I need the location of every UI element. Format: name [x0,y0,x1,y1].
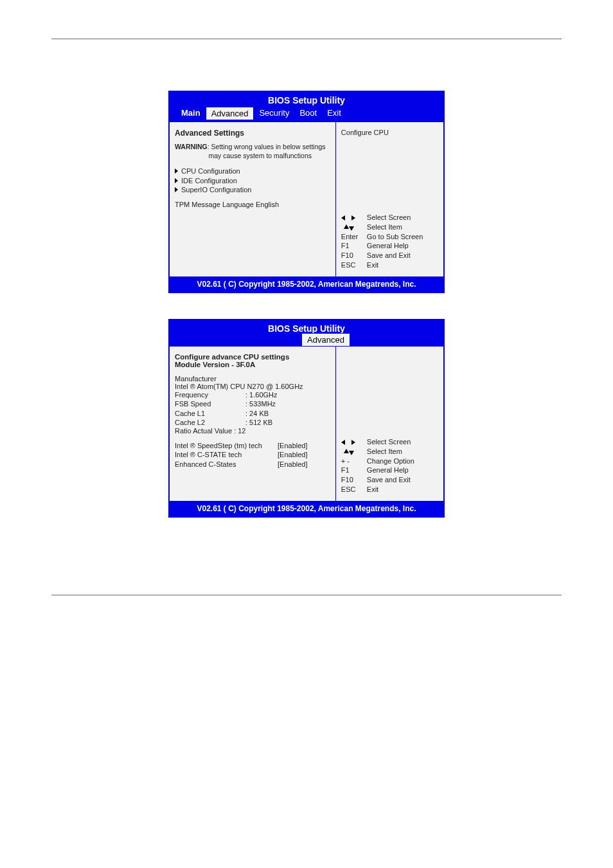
key-legend: Select Screen Select Item + -Change Opti… [341,437,438,494]
tab-main[interactable]: Main [176,107,206,120]
legend-key-f1: F1 [341,241,367,251]
legend-key-enter: Enter [341,232,367,242]
tab-advanced[interactable]: Advanced [206,107,254,120]
svg-marker-0 [341,215,345,221]
legend-f10: Save and Exit [367,251,411,260]
warning-label: WARNING [175,143,208,150]
legend-f1: General Help [367,466,409,475]
fsb-label: FSB Speed [175,399,245,408]
submenu-list: CPU Configuration IDE Configuration Supe… [175,167,330,194]
speedstep-label: Intel ® SpeedStep (tm) tech [175,441,278,450]
opt-cstate[interactable]: Intel ® C-STATE tech [Enabled] [175,450,330,459]
advanced-settings-heading: Advanced Settings [175,129,330,138]
triangle-icon [175,178,178,183]
arrow-up-down-icon [341,447,367,457]
legend-key-esc: ESC [341,485,367,494]
freq-val: : 1.60GHz [245,390,278,399]
bios-right-pane: Select Screen Select Item + -Change Opti… [336,347,443,501]
legend-key-f10: F10 [341,475,367,485]
manufacturer-label: Manufacturer [175,375,330,383]
bios-window-cpu: BIOS Setup Utility Advanced Configure ad… [168,319,445,518]
bios-footer: V02.61 ( C) Copyright 1985-2002, America… [170,501,443,516]
horizontal-rule-bottom [51,595,562,595]
cpu-heading1: Configure advance CPU settings [175,353,330,361]
warning-line2: may cause system to malfunctions [209,152,312,159]
l1-label: Cache L1 [175,409,245,418]
legend-esc: Exit [367,485,378,494]
bios-tab-row: Main Advanced Security Boot Exit [170,105,443,122]
l1-val: : 24 KB [245,409,269,418]
svg-marker-3 [349,226,354,231]
arrow-left-right-icon [341,437,367,447]
ratio-line: Ratio Actual Value : 12 [175,427,330,435]
menu-item-superio[interactable]: SuperIO Configuration [175,185,330,194]
legend-enter: Go to Sub Screen [367,232,423,242]
speedstep-val: [Enabled] [278,441,307,450]
svg-marker-7 [349,451,354,455]
cpu-heading2: Module Version - 3F.0A [175,361,330,368]
bios-body: Configure advance CPU settings Module Ve… [170,347,443,501]
opt-speedstep[interactable]: Intel ® SpeedStep (tm) tech [Enabled] [175,441,330,450]
bios-body: Advanced Settings WARNING: Setting wrong… [170,122,443,276]
tab-exit[interactable]: Exit [322,107,346,120]
warning-text: WARNING: Setting wrong values in below s… [175,143,330,160]
document-page: BIOS Setup Utility Main Advanced Securit… [0,0,613,634]
menu-label-cpu: CPU Configuration [181,167,240,176]
cpu-name-line: Intel ® Atom(TM) CPU N270 @ 1.60GHz [175,383,330,390]
key-legend: Select Screen Select Item EnterGo to Sub… [341,213,438,270]
legend-ud: Select Item [367,222,402,232]
svg-marker-6 [344,449,349,453]
menu-item-cpu[interactable]: CPU Configuration [175,167,330,176]
cstate-val: [Enabled] [278,450,307,459]
svg-marker-4 [341,440,345,445]
legend-f1: General Help [367,241,409,251]
triangle-icon [175,187,178,192]
l2-val: : 512 KB [245,418,272,427]
svg-marker-2 [344,224,349,229]
tpm-language-line: TPM Message Language English [175,201,330,208]
bios-window-advanced: BIOS Setup Utility Main Advanced Securit… [168,91,445,293]
bios-footer: V02.61 ( C) Copyright 1985-2002, America… [170,276,443,292]
bios-titlebar: BIOS Setup Utility Advanced [170,320,443,347]
menu-item-ide[interactable]: IDE Configuration [175,176,330,185]
fsb-val: : 533MHz [245,399,276,408]
legend-lr: Select Screen [367,213,411,222]
legend-key-f1: F1 [341,466,367,475]
bios-title: BIOS Setup Utility [268,95,345,105]
tab-security[interactable]: Security [254,107,294,120]
svg-marker-1 [351,215,355,221]
bios-title: BIOS Setup Utility [268,323,345,334]
triangle-icon [175,168,178,174]
arrow-left-right-icon [341,213,367,222]
bios-left-pane: Advanced Settings WARNING: Setting wrong… [170,122,336,276]
help-text: Configure CPU [341,129,438,136]
bios-tab-row: Advanced [170,334,443,347]
menu-label-ide: IDE Configuration [181,176,237,185]
arrow-up-down-icon [341,222,367,232]
enhc-label: Enhanced C-States [175,460,278,469]
legend-f10: Save and Exit [367,475,411,485]
legend-lr: Select Screen [367,437,411,447]
legend-key-f10: F10 [341,251,367,260]
legend-esc: Exit [367,260,378,270]
bios-left-pane: Configure advance CPU settings Module Ve… [170,347,336,501]
cpu-info-block: Manufacturer Intel ® Atom(TM) CPU N270 @… [175,375,330,435]
freq-label: Frequency [175,390,245,399]
cstate-label: Intel ® C-STATE tech [175,450,278,459]
bios-titlebar: BIOS Setup Utility Main Advanced Securit… [170,92,443,122]
enhc-val: [Enabled] [278,460,307,469]
legend-pm: Change Option [367,457,414,466]
cpu-options-block: Intel ® SpeedStep (tm) tech [Enabled] In… [175,441,330,469]
opt-enhanced-cstates[interactable]: Enhanced C-States [Enabled] [175,460,330,469]
legend-ud: Select Item [367,447,402,457]
horizontal-rule-top [51,39,562,39]
warning-line1: : Setting wrong values in below settings [208,143,326,150]
tab-advanced[interactable]: Advanced [301,333,350,347]
menu-label-superio: SuperIO Configuration [181,185,251,194]
l2-label: Cache L2 [175,418,245,427]
legend-key-plusminus: + - [341,457,367,466]
bios-right-pane: Configure CPU Select Screen Select Item [336,122,443,276]
tab-boot[interactable]: Boot [294,107,322,120]
legend-key-esc: ESC [341,260,367,270]
svg-marker-5 [351,440,355,445]
